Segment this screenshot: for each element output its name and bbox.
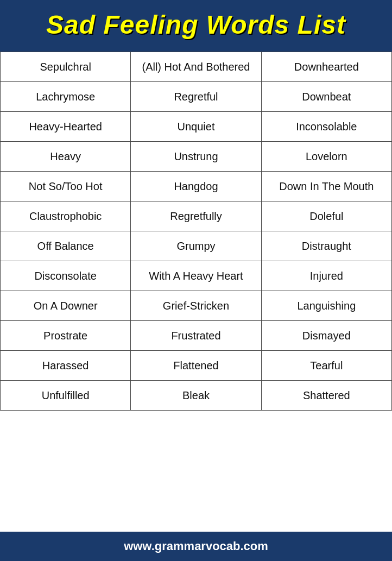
- table-row: HeavyUnstrungLovelorn: [1, 142, 392, 172]
- table-cell: Injured: [261, 261, 391, 291]
- table-cell: Claustrophobic: [1, 201, 131, 231]
- table-cell: Downbeat: [261, 82, 391, 112]
- table-cell: Disconsolate: [1, 261, 131, 291]
- table-container: Sepulchral(All) Hot And BotheredDownhear…: [0, 52, 392, 532]
- table-cell: Doleful: [261, 201, 391, 231]
- table-cell: Down In The Mouth: [261, 172, 391, 201]
- table-cell: Unquiet: [131, 112, 261, 142]
- table-cell: Off Balance: [1, 231, 131, 261]
- table-cell: Flattened: [131, 351, 261, 381]
- table-cell: On A Downer: [1, 291, 131, 321]
- table-cell: Hangdog: [131, 172, 261, 201]
- table-cell: Unfulfilled: [1, 381, 131, 411]
- table-cell: Grief-Stricken: [131, 291, 261, 321]
- table-row: DisconsolateWith A Heavy HeartInjured: [1, 261, 392, 291]
- page-title: Sad Feeling Words List: [11, 10, 381, 40]
- table-cell: Bleak: [131, 381, 261, 411]
- table-cell: Distraught: [261, 231, 391, 261]
- footer-url: www.grammarvocab.com: [11, 539, 381, 553]
- table-row: LachrymoseRegretfulDownbeat: [1, 82, 392, 112]
- table-row: Not So/Too HotHangdogDown In The Mouth: [1, 172, 392, 201]
- table-cell: Sepulchral: [1, 52, 131, 82]
- page-header: Sad Feeling Words List: [0, 0, 392, 52]
- table-row: HarassedFlattenedTearful: [1, 351, 392, 381]
- table-cell: Prostrate: [1, 321, 131, 351]
- table-row: On A DownerGrief-StrickenLanguishing: [1, 291, 392, 321]
- table-cell: With A Heavy Heart: [131, 261, 261, 291]
- table-row: Off BalanceGrumpyDistraught: [1, 231, 392, 261]
- table-cell: Shattered: [261, 381, 391, 411]
- table-row: Sepulchral(All) Hot And BotheredDownhear…: [1, 52, 392, 82]
- table-cell: Heavy: [1, 142, 131, 172]
- table-cell: Not So/Too Hot: [1, 172, 131, 201]
- table-cell: Harassed: [1, 351, 131, 381]
- table-cell: Downhearted: [261, 52, 391, 82]
- table-cell: Grumpy: [131, 231, 261, 261]
- table-cell: Heavy-Hearted: [1, 112, 131, 142]
- table-cell: Unstrung: [131, 142, 261, 172]
- table-cell: Dismayed: [261, 321, 391, 351]
- table-cell: Lachrymose: [1, 82, 131, 112]
- table-cell: Frustrated: [131, 321, 261, 351]
- table-cell: Regretful: [131, 82, 261, 112]
- table-row: ClaustrophobicRegretfullyDoleful: [1, 201, 392, 231]
- table-row: Heavy-HeartedUnquietInconsolable: [1, 112, 392, 142]
- table-row: ProstrateFrustratedDismayed: [1, 321, 392, 351]
- page-footer: www.grammarvocab.com: [0, 532, 392, 561]
- table-cell: Inconsolable: [261, 112, 391, 142]
- table-cell: Lovelorn: [261, 142, 391, 172]
- table-cell: Regretfully: [131, 201, 261, 231]
- table-row: UnfulfilledBleakShattered: [1, 381, 392, 411]
- table-cell: Tearful: [261, 351, 391, 381]
- table-cell: Languishing: [261, 291, 391, 321]
- table-cell: (All) Hot And Bothered: [131, 52, 261, 82]
- words-table: Sepulchral(All) Hot And BotheredDownhear…: [0, 52, 392, 411]
